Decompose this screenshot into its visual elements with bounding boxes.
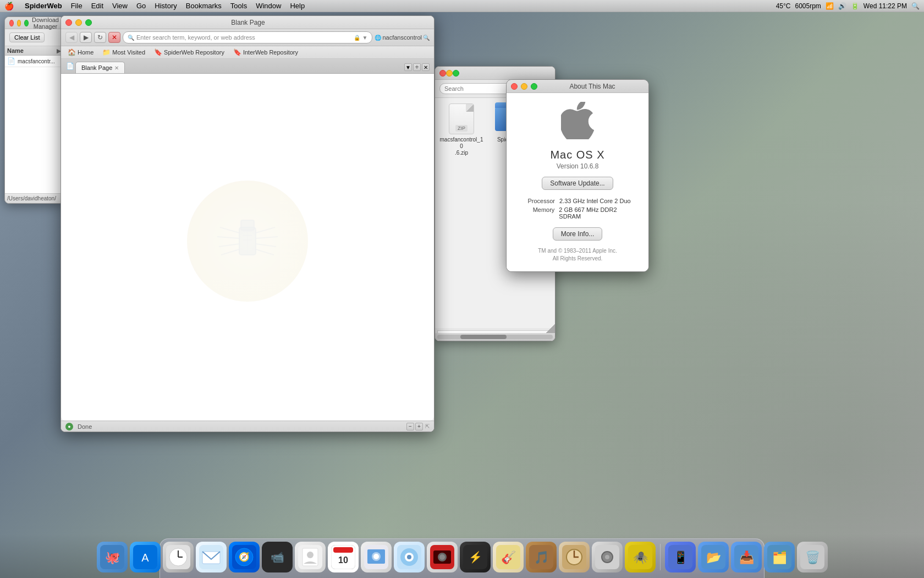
resize-handle-icon[interactable]: ⇱ (425, 423, 430, 429)
menubar-tools[interactable]: Tools (226, 1, 251, 11)
maximize-button[interactable] (24, 20, 29, 26)
clock: Wed 11:22 PM (864, 2, 907, 10)
back-button[interactable]: ◀ (65, 32, 78, 43)
dock-icon-system-preferences[interactable] (592, 542, 623, 572)
about-minimize-button[interactable] (521, 83, 527, 90)
dock-icon-mail[interactable] (196, 542, 227, 572)
about-close-button[interactable] (511, 83, 518, 90)
dock-icon-finder[interactable]: 🐙 (97, 542, 128, 572)
tab-list-button[interactable]: ▼ (404, 63, 412, 71)
dock-icon-finder2[interactable]: 🗂️ (764, 542, 795, 572)
bookmark-home[interactable]: 🏠 Home (65, 48, 96, 57)
menubar-file[interactable]: File (67, 1, 87, 11)
zip-file-icon: ZIP (449, 103, 474, 134)
volume-icon[interactable]: 🔊 (838, 2, 846, 10)
finder-scrollbar[interactable] (435, 333, 555, 341)
memory-spec-row: Memory 2 GB 667 MHz DDR2 SDRAM (515, 205, 640, 221)
menubar-edit[interactable]: Edit (87, 1, 108, 11)
browser-addon[interactable]: 🌐 nacfanscontrol 🔍 (375, 34, 430, 41)
menubar-bookmarks[interactable]: Bookmarks (182, 1, 226, 11)
forward-button[interactable]: ▶ (80, 32, 92, 43)
tab-close-button[interactable]: ✕ (114, 65, 119, 71)
dock-icon-trash[interactable]: 🗑️ (797, 542, 828, 572)
menubar-history[interactable]: History (150, 1, 181, 11)
menubar-go[interactable]: Go (132, 1, 150, 11)
finder-minimize-button[interactable] (446, 70, 453, 77)
battery-icon[interactable]: 🔋 (851, 2, 859, 10)
dock-icon-iphoto[interactable] (361, 542, 392, 572)
dock-icon-time-machine[interactable] (559, 542, 590, 572)
finder-close-button[interactable] (439, 70, 446, 77)
svg-text:⚡: ⚡ (468, 550, 482, 564)
software-update-button[interactable]: Software Update... (542, 177, 613, 190)
about-maximize-button[interactable] (531, 83, 537, 90)
dock-icon-facetime[interactable]: 📹 (262, 542, 293, 572)
dock-icon-garageband[interactable]: 🎸 (493, 542, 524, 572)
dock-icon-documents[interactable]: 📂 (698, 542, 729, 572)
dock-icon-camera-raw[interactable]: ⚡ (460, 542, 491, 572)
finder-resize-handle[interactable] (546, 324, 555, 333)
new-tab-button[interactable]: + (413, 63, 421, 71)
minimize-button[interactable] (17, 20, 21, 26)
bookmark-spiderweb-repo[interactable]: 🔖 SpiderWeb Repository (152, 48, 227, 57)
browser-minimize-button[interactable] (75, 19, 82, 26)
stop-button[interactable]: ✕ (108, 32, 120, 43)
close-tab-area-button[interactable]: ✕ (422, 63, 430, 71)
dock-icon-guitar[interactable]: 🎵 (526, 542, 557, 572)
menubar-view[interactable]: View (108, 1, 132, 11)
browser-logo (187, 181, 308, 302)
svg-line-8 (256, 244, 276, 247)
apple-menu[interactable]: 🍎 (4, 2, 14, 10)
dock-icon-downloads[interactable]: 📥 (731, 542, 762, 572)
bookmark-interweb-repo[interactable]: 🔖 InterWeb Repository (231, 48, 300, 57)
status-bar: ● Done − + ⇱ (61, 421, 434, 432)
bookmark-interweb-repo-label: InterWeb Repository (243, 49, 298, 56)
dock-icon-applications[interactable]: 📱 (665, 542, 696, 572)
status-indicator-icon: ● (65, 423, 73, 430)
dock-icon-address-book[interactable] (295, 542, 326, 572)
wifi-icon[interactable]: 📶 (826, 2, 834, 10)
dock-icon-itunes[interactable] (394, 542, 425, 572)
lock-icon: 🔒 (354, 35, 360, 41)
svg-text:📂: 📂 (706, 550, 721, 565)
about-specs-area: Processor 2.33 GHz Intel Core 2 Duo Memo… (515, 197, 640, 221)
clear-list-button[interactable]: Clear List (9, 32, 45, 42)
address-bar[interactable]: 🔍 Enter search term, keyword, or web add… (123, 31, 372, 43)
dock-icon-photo-booth[interactable] (427, 542, 458, 572)
memory-value: 2 GB 667 MHz DDR2 SDRAM (559, 206, 640, 220)
dock: 🐙 A 🧭 📹 10 ⚡ (0, 534, 924, 578)
spiderweb-repo-icon: 🔖 (154, 48, 162, 56)
more-info-button[interactable]: More Info... (553, 227, 603, 241)
dock-icon-app-store[interactable]: A (130, 542, 161, 572)
menubar-status-area: 45°C 6005rpm 📶 🔊 🔋 Wed 11:22 PM 🔍 (776, 2, 920, 10)
scrollbar-thumb[interactable] (460, 335, 507, 339)
menubar-help[interactable]: Help (285, 1, 309, 11)
back-icon: ◀ (69, 34, 74, 41)
reload-button[interactable]: ↻ (94, 32, 106, 43)
svg-text:📱: 📱 (673, 550, 688, 565)
dock-icon-calendar[interactable]: 10 (328, 542, 359, 572)
dock-icon-spiderweb[interactable]: 🕷️ (625, 542, 656, 572)
bookmark-most-visited[interactable]: 📁 Most Visited (100, 48, 147, 57)
menubar-app-name[interactable]: SpiderWeb (20, 1, 67, 11)
dropdown-icon[interactable]: ▼ (362, 35, 368, 41)
download-column-header[interactable]: Name ▶ (5, 46, 63, 56)
browser-maximize-button[interactable] (85, 19, 92, 26)
zoom-in-button[interactable]: + (415, 423, 423, 430)
finder-maximize-button[interactable] (453, 70, 459, 77)
address-bar-search-icon: 🔍 (128, 35, 134, 41)
zoom-out-button[interactable]: − (406, 423, 414, 430)
tab-blank-page[interactable]: Blank Page ✕ (75, 62, 125, 73)
dock-icon-world-clock[interactable] (163, 542, 194, 572)
download-manager-title: Download Manager (32, 17, 59, 30)
spotlight-icon[interactable]: 🔍 (911, 2, 920, 10)
browser-titlebar: Blank Page (61, 16, 434, 29)
close-button[interactable] (9, 20, 14, 26)
finder-file-zip[interactable]: ZIP macsfancontrol_10.6.zip (439, 102, 483, 156)
menubar-window[interactable]: Window (251, 1, 285, 11)
svg-text:📹: 📹 (270, 550, 284, 564)
dock-icon-safari[interactable]: 🧭 (229, 542, 260, 572)
download-item[interactable]: 📄 macsfancontr... (5, 56, 63, 67)
interweb-repo-icon: 🔖 (233, 48, 241, 56)
browser-close-button[interactable] (65, 19, 72, 26)
